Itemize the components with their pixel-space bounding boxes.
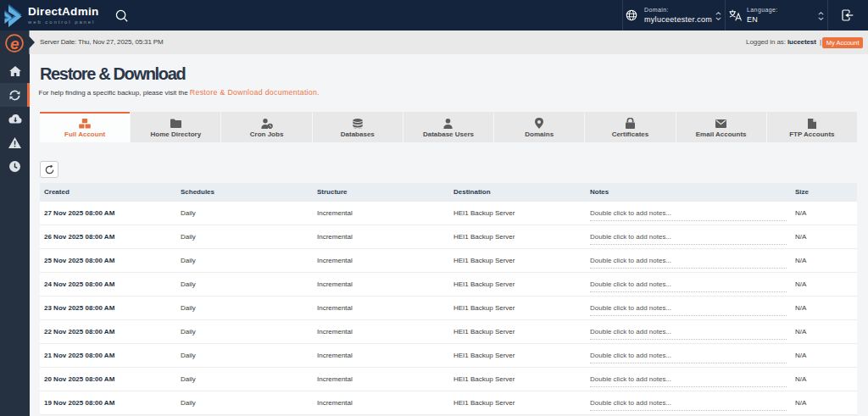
svg-text:e: e [10,34,19,52]
